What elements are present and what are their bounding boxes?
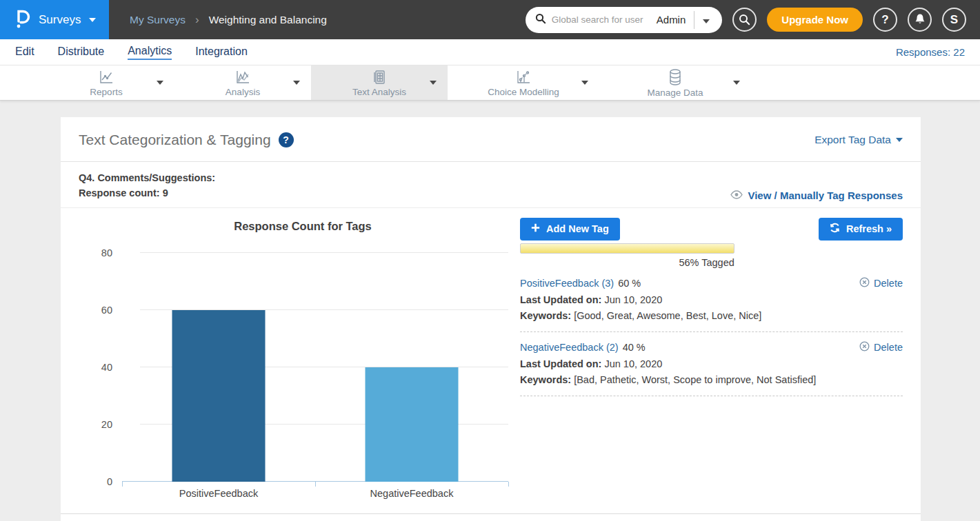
search-scope-caret-icon[interactable] [703,14,710,26]
responses-count[interactable]: Responses: 22 [896,46,965,58]
multi-line-chart-icon [234,69,251,85]
x-category-label: NegativeFeedback [315,488,508,499]
bar-PositiveFeedback [172,310,266,482]
export-tag-data-label: Export Tag Data [814,134,891,146]
card-footer-divider [61,513,921,521]
circle-x-icon [859,277,870,289]
question-response-count: Response count: 9 [79,185,215,201]
delete-tag-link[interactable]: Delete [859,341,903,354]
export-tag-data-link[interactable]: Export Tag Data [814,134,903,146]
user-avatar[interactable]: S [942,8,966,32]
tag-separator [520,331,903,332]
upgrade-now-button[interactable]: Upgrade Now [767,8,863,32]
tag-keywords-value: [Bad, Pathetic, Worst, Scope to improve,… [571,374,816,385]
questionpro-logo-icon [14,8,30,32]
tab-manage-data-caret-icon[interactable] [733,81,740,85]
tab-text-analysis-caret-icon[interactable] [430,81,437,85]
tab-reports[interactable]: Reports [38,65,174,100]
search-scope-divider [694,11,694,29]
tag-percent: 60 % [618,278,641,289]
database-icon [667,68,683,86]
help-button[interactable]: ? [873,8,897,32]
nav-distribute[interactable]: Distribute [58,45,105,59]
breadcrumb-separator: › [195,13,199,27]
page-body: Text Categorization & Tagging ? Export T… [0,101,980,521]
tag-head: PositiveFeedback (3) 60 % Delete [520,277,903,289]
tag-updated-label: Last Updated on: [520,294,601,305]
breadcrumb-my-surveys[interactable]: My Surveys [130,14,186,26]
nav-integration[interactable]: Integration [195,45,248,59]
tab-text-analysis-label: Text Analysis [352,87,406,97]
tab-choice-modelling[interactable]: Choice Modelling [448,65,599,100]
delete-tag-link[interactable]: Delete [859,277,903,289]
tag-panel: Add New Tag Refresh » 56% Tagged [512,215,903,513]
tab-text-analysis[interactable]: Text Analysis [311,65,448,100]
chart-title: Response Count for Tags [110,220,496,233]
notifications-button[interactable] [908,8,932,32]
y-tick-label: 0 [107,476,112,487]
tab-reports-caret-icon[interactable] [157,81,163,85]
global-search-input[interactable] [552,14,654,25]
global-search: Admin [526,7,723,33]
tag-entry-negative-feedback: NegativeFeedback (2) 40 % Delete Last Up… [520,341,903,385]
view-manually-tag-label: View / Manually Tag Responses [748,190,903,201]
tag-entry-positive-feedback: PositiveFeedback (3) 60 % Delete Last Up… [520,277,903,321]
tag-updated-value: Jun 10, 2020 [601,358,662,369]
circle-x-icon [859,341,870,354]
search-scope-label[interactable]: Admin [657,14,686,25]
tag-keywords-row: Keywords: [Bad, Pathetic, Worst, Scope t… [520,374,903,385]
nav-analytics[interactable]: Analytics [128,45,172,60]
eye-icon [730,190,743,201]
search-button[interactable] [732,8,757,32]
view-manually-tag-link[interactable]: View / Manually Tag Responses [730,190,903,201]
text-tagging-card: Text Categorization & Tagging ? Export T… [61,117,921,521]
tag-name-link[interactable]: NegativeFeedback (2) [520,342,619,353]
bell-icon [914,13,926,27]
tag-updated-label: Last Updated on: [520,358,601,369]
line-chart-icon [98,69,114,85]
tag-keywords-label: Keywords: [520,374,571,385]
product-switcher[interactable]: Surveys [0,0,109,39]
tag-name-link[interactable]: PositiveFeedback (3) [520,278,614,289]
tab-analysis-label: Analysis [226,87,260,97]
tag-keywords-value: [Good, Great, Awesome, Best, Love, Nice] [571,310,761,321]
tag-keywords-label: Keywords: [520,310,571,321]
x-axis-tick [508,482,509,487]
product-label: Surveys [39,13,81,27]
question-title: Q4. Comments/Suggestions: [79,170,215,185]
delete-label: Delete [874,342,903,353]
tab-analysis-caret-icon[interactable] [293,81,300,85]
nav-edit[interactable]: Edit [15,45,34,59]
y-tick-label: 60 [101,305,112,316]
question-block: Q4. Comments/Suggestions: Response count… [79,170,215,201]
plus-icon [531,223,540,234]
survey-nav: Edit Distribute Analytics Integration Re… [0,39,980,65]
top-header: Surveys My Surveys › Weighting and Balan… [0,0,980,39]
tagged-progress-bar: 56% Tagged [520,243,903,268]
product-caret-icon [89,18,96,22]
add-new-tag-button[interactable]: Add New Tag [520,218,620,241]
x-axis-tick [315,482,316,487]
tab-analysis[interactable]: Analysis [174,65,311,100]
tag-panel-toolbar: Add New Tag Refresh » [520,218,903,241]
breadcrumb-current-survey: Weighting and Balancing [209,14,327,26]
page-title: Text Categorization & Tagging [79,132,271,148]
tag-percent: 40 % [623,342,646,353]
tag-updated-value: Jun 10, 2020 [601,294,662,305]
title-help-icon[interactable]: ? [279,132,294,147]
tab-reports-label: Reports [90,87,122,97]
bar-NegativeFeedback [366,367,459,482]
search-icon [535,13,546,27]
tagged-progress-label: 56% Tagged [520,257,734,268]
tag-head: NegativeFeedback (2) 40 % Delete [520,341,903,354]
tagged-progress-fill [520,243,734,254]
x-axis-tick [122,482,123,487]
x-category-label: PositiveFeedback [122,488,315,499]
tab-choice-modelling-caret-icon[interactable] [581,81,588,85]
tag-keywords-row: Keywords: [Good, Great, Awesome, Best, L… [520,310,903,321]
refresh-button[interactable]: Refresh » [819,218,903,241]
tag-updated-row: Last Updated on: Jun 10, 2020 [520,294,903,305]
content-row: Response Count for Tags 020406080 Positi… [61,208,921,513]
tab-manage-data[interactable]: Manage Data [599,65,751,100]
y-tick-label: 20 [101,419,112,430]
